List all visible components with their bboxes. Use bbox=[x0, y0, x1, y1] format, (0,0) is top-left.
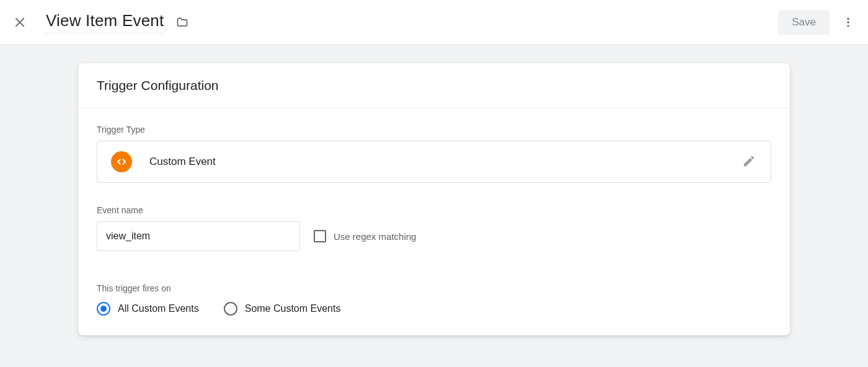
svg-point-2 bbox=[847, 17, 849, 19]
card-title: Trigger Configuration bbox=[78, 63, 790, 108]
body-area: Trigger Configuration Trigger Type Custo… bbox=[0, 45, 868, 367]
event-name-label: Event name bbox=[97, 205, 771, 215]
fires-on-radio-group: All Custom Events Some Custom Events bbox=[97, 302, 771, 316]
trigger-type-label: Trigger Type bbox=[97, 125, 771, 135]
close-icon[interactable] bbox=[12, 15, 27, 30]
regex-checkbox[interactable] bbox=[314, 230, 326, 242]
code-icon bbox=[111, 151, 132, 172]
pencil-icon[interactable] bbox=[742, 154, 757, 169]
radio-all-label: All Custom Events bbox=[118, 303, 199, 314]
radio-button-unselected bbox=[224, 302, 237, 316]
save-button[interactable]: Save bbox=[778, 10, 830, 35]
regex-checkbox-wrap[interactable]: Use regex matching bbox=[314, 230, 416, 242]
event-name-input[interactable] bbox=[97, 221, 300, 251]
svg-point-4 bbox=[847, 25, 849, 27]
header-bar: View Item Event Save bbox=[0, 0, 868, 45]
regex-checkbox-label: Use regex matching bbox=[334, 231, 416, 242]
trigger-type-selector[interactable]: Custom Event bbox=[97, 141, 771, 183]
radio-all-custom-events[interactable]: All Custom Events bbox=[97, 302, 199, 316]
page-title[interactable]: View Item Event bbox=[46, 11, 164, 33]
svg-point-3 bbox=[847, 21, 849, 23]
trigger-config-card: Trigger Configuration Trigger Type Custo… bbox=[78, 63, 790, 335]
radio-some-custom-events[interactable]: Some Custom Events bbox=[224, 302, 341, 316]
trigger-type-value: Custom Event bbox=[149, 156, 742, 168]
fires-on-label: This trigger fires on bbox=[97, 283, 771, 293]
radio-some-label: Some Custom Events bbox=[245, 303, 341, 314]
folder-icon[interactable] bbox=[175, 15, 190, 30]
kebab-menu-icon[interactable] bbox=[841, 15, 856, 30]
radio-button-selected bbox=[97, 302, 110, 316]
card-body: Trigger Type Custom Event Event name bbox=[78, 108, 790, 335]
event-name-row: Use regex matching bbox=[97, 221, 771, 251]
